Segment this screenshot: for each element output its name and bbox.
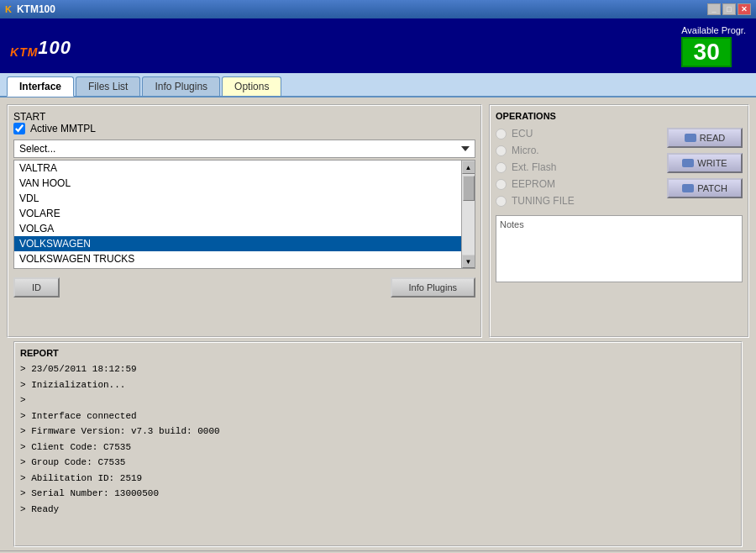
radio-eeprom-input[interactable] xyxy=(496,179,507,190)
radio-tuningfile: TUNING FILE xyxy=(496,195,659,207)
close-button[interactable]: ✕ xyxy=(738,3,751,15)
report-line-3: > Interface connected xyxy=(20,408,736,424)
operations-title: OPERATIONS xyxy=(496,111,743,121)
write-button[interactable]: WRITE xyxy=(667,153,743,173)
report-title: REPORT xyxy=(20,348,736,358)
list-container: VALTRA VAN HOOL VDL VOLARE VOLGA VOLKSWA… xyxy=(13,160,475,269)
active-mmtpl-row: Active MMTPL xyxy=(13,123,475,134)
logo-text: KTM100 xyxy=(10,29,71,63)
window-icon: K xyxy=(5,4,12,14)
notes-box: Notes xyxy=(496,215,743,282)
patch-icon xyxy=(682,184,694,192)
operations-panel: OPERATIONS ECU Micro. xyxy=(489,104,749,338)
tab-options[interactable]: Options xyxy=(222,76,281,96)
scroll-track xyxy=(462,174,475,255)
tab-files-list[interactable]: Files List xyxy=(76,76,140,96)
ops-inner: ECU Micro. Ext. Flash EEPROM xyxy=(496,128,743,207)
main-window: KTM100 Available Progr. 30 Interface Fil… xyxy=(0,18,756,553)
main-body: START Active MMTPL Select... VALTRA VAN … xyxy=(0,97,756,550)
report-line-4: > Firmware Version: v7.3 build: 0000 xyxy=(20,424,736,440)
dropdown-arrow-icon xyxy=(461,146,470,151)
id-button[interactable]: ID xyxy=(13,277,60,298)
report-content: > 23/05/2011 18:12:59 > Inizialization..… xyxy=(20,361,736,517)
start-panel: START Active MMTPL Select... VALTRA VAN … xyxy=(7,104,482,338)
list-item[interactable]: VOLGA xyxy=(14,221,461,236)
list-item[interactable]: VOLVO xyxy=(14,266,461,268)
maximize-button[interactable]: □ xyxy=(722,3,736,15)
report-line-9: > Ready xyxy=(20,502,736,518)
write-label: WRITE xyxy=(697,158,727,168)
radio-micro-label: Micro. xyxy=(512,145,539,156)
radio-eeprom-label: EEPROM xyxy=(512,178,555,190)
radio-micro: Micro. xyxy=(496,145,659,156)
active-mmtpl-label: Active MMTPL xyxy=(30,123,96,134)
logo: KTM100 xyxy=(10,29,71,64)
radio-eeprom: EEPROM xyxy=(496,178,659,190)
radio-ecu-label: ECU xyxy=(512,128,533,140)
report-line-8: > Serial Number: 13000500 xyxy=(20,486,736,502)
available-progr-label: Available Progr. xyxy=(681,25,746,35)
list-item[interactable]: VOLARE xyxy=(14,206,461,221)
window-title: KTM100 xyxy=(17,3,55,15)
title-bar: K KTM100 _ □ ✕ xyxy=(0,0,756,18)
radio-micro-input[interactable] xyxy=(496,145,507,156)
read-icon xyxy=(685,134,696,142)
header: KTM100 Available Progr. 30 xyxy=(0,18,756,73)
patch-label: PATCH xyxy=(697,183,727,193)
minimize-button[interactable]: _ xyxy=(707,3,721,15)
radio-extflash-input[interactable] xyxy=(496,162,507,173)
select-dropdown[interactable]: Select... xyxy=(13,140,475,158)
read-button[interactable]: READ xyxy=(667,128,743,148)
radio-tuningfile-input[interactable] xyxy=(496,196,507,207)
button-row: ID Info Plugins xyxy=(13,277,475,298)
radio-extflash: Ext. Flash xyxy=(496,161,659,173)
write-icon xyxy=(682,159,694,167)
ops-btns-col: READ WRITE PATCH xyxy=(667,128,743,207)
scroll-up-btn[interactable]: ▲ xyxy=(462,161,475,174)
radio-ecu-input[interactable] xyxy=(496,129,507,140)
report-line-5: > Client Code: C7535 xyxy=(20,440,736,456)
scroll-down-btn[interactable]: ▼ xyxy=(462,255,475,268)
list-item-volkswagen[interactable]: VOLKSWAGEN xyxy=(14,236,461,251)
available-progr-num: 30 xyxy=(681,37,732,67)
list-item[interactable]: VDL xyxy=(14,191,461,206)
available-progr: Available Progr. 30 xyxy=(681,25,746,67)
select-placeholder: Select... xyxy=(19,143,55,155)
active-mmtpl-checkbox[interactable] xyxy=(13,123,25,134)
report-area: REPORT > 23/05/2011 18:12:59 > Inizializ… xyxy=(13,341,743,547)
radio-tuningfile-label: TUNING FILE xyxy=(512,195,575,207)
list-item[interactable]: VOLKSWAGEN TRUCKS xyxy=(14,251,461,266)
window-controls: _ □ ✕ xyxy=(707,3,751,15)
notes-label: Notes xyxy=(500,219,738,229)
tab-info-plugins[interactable]: Info Plugins xyxy=(142,76,220,96)
report-line-0: > 23/05/2011 18:12:59 xyxy=(20,361,736,377)
report-area-container: REPORT > 23/05/2011 18:12:59 > Inizializ… xyxy=(0,341,756,550)
tab-interface[interactable]: Interface xyxy=(7,76,74,97)
radio-col: ECU Micro. Ext. Flash EEPROM xyxy=(496,128,659,207)
list-item[interactable]: VAN HOOL xyxy=(14,176,461,191)
scrollbar: ▲ ▼ xyxy=(461,161,475,268)
list-item[interactable]: VALTRA xyxy=(14,161,461,176)
scroll-thumb[interactable] xyxy=(463,176,475,201)
radio-extflash-label: Ext. Flash xyxy=(512,161,556,173)
start-title: START xyxy=(13,111,475,123)
report-line-1: > Inizialization... xyxy=(20,377,736,393)
info-plugins-button[interactable]: Info Plugins xyxy=(391,277,475,298)
report-line-7: > Abilitation ID: 2519 xyxy=(20,471,736,487)
panels-row: START Active MMTPL Select... VALTRA VAN … xyxy=(0,97,756,341)
radio-ecu: ECU xyxy=(496,128,659,140)
title-bar-left: K KTM100 xyxy=(5,3,55,15)
read-label: READ xyxy=(700,133,726,143)
tab-bar: Interface Files List Info Plugins Option… xyxy=(0,73,756,97)
list-scroll[interactable]: VALTRA VAN HOOL VDL VOLARE VOLGA VOLKSWA… xyxy=(14,161,461,268)
report-line-2: > xyxy=(20,392,736,408)
patch-button[interactable]: PATCH xyxy=(667,178,743,198)
report-line-6: > Group Code: C7535 xyxy=(20,455,736,471)
